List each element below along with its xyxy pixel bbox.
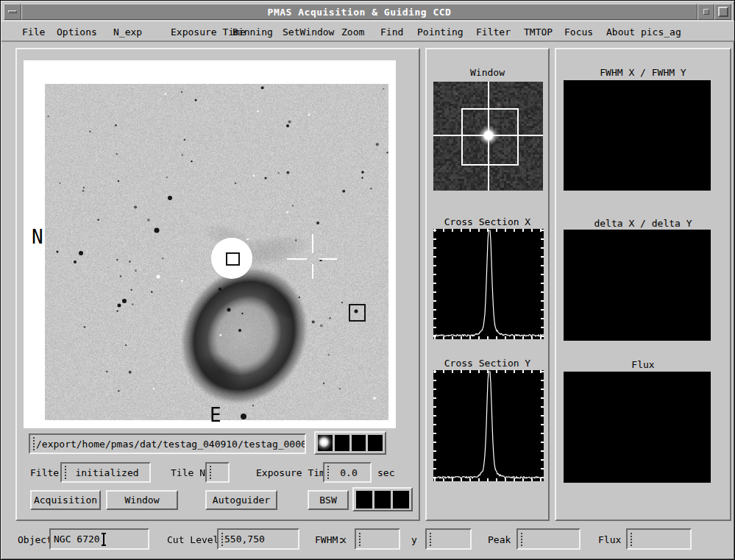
indicator-cell bbox=[356, 491, 372, 508]
window-menu-dash-icon bbox=[8, 10, 17, 13]
cross-section-y-title: Cross Section Y bbox=[427, 358, 548, 369]
cross-section-y-canvas bbox=[433, 370, 544, 481]
flux-plot-area bbox=[564, 372, 711, 483]
text-cursor bbox=[221, 533, 223, 546]
window-star-canvas bbox=[433, 82, 543, 191]
object-field[interactable]: NGC 6720 bbox=[49, 528, 149, 550]
measurement-panel: FWHM X / FWHM Y delta X / delta Y Flux bbox=[555, 48, 731, 521]
delta-plot-title: delta X / delta Y bbox=[556, 218, 730, 229]
target-square-marker bbox=[226, 252, 240, 266]
psf-preview-cell bbox=[318, 435, 333, 451]
window-button-label: Window bbox=[125, 495, 160, 506]
maximize-button[interactable] bbox=[714, 4, 731, 20]
maximize-icon bbox=[718, 7, 728, 17]
indicator-cell bbox=[393, 491, 409, 508]
cut-levels-value: 550,750 bbox=[224, 534, 265, 545]
flux-field[interactable] bbox=[626, 528, 692, 550]
fwhm-x-label: x bbox=[341, 534, 347, 545]
object-label: Object bbox=[18, 534, 52, 545]
indicator-cell bbox=[352, 435, 366, 451]
bsw-button[interactable]: BSW bbox=[308, 490, 349, 510]
window-title: PMAS Acquisition & Guiding CCD bbox=[21, 4, 697, 20]
menu-zoom[interactable]: Zoom bbox=[341, 26, 364, 38]
autoguider-button[interactable]: Autoguider bbox=[205, 490, 277, 510]
autoguider-button-label: Autoguider bbox=[213, 495, 270, 506]
menu-setwindow[interactable]: SetWindow bbox=[283, 26, 334, 38]
text-cursor bbox=[103, 534, 104, 545]
crosshair-marker bbox=[287, 258, 307, 260]
text-cursor bbox=[521, 533, 522, 546]
exposure-time-field[interactable]: 0.0 bbox=[323, 462, 372, 483]
flux-label: Flux bbox=[598, 534, 621, 545]
text-cursor bbox=[65, 466, 66, 479]
cross-section-x-title: Cross Section X bbox=[427, 216, 548, 227]
indicator-cell bbox=[368, 435, 383, 451]
peak-field[interactable] bbox=[516, 528, 580, 550]
image-display-area: N E bbox=[24, 60, 396, 428]
fwhm-x-field[interactable] bbox=[355, 528, 400, 550]
file-path-field[interactable]: /export/home/pmas/dat/testag_040910/test… bbox=[29, 433, 306, 454]
filter-label: Filter bbox=[30, 467, 65, 478]
menu-tmtop[interactable]: TMTOP bbox=[524, 26, 553, 38]
indicator-cell bbox=[374, 491, 391, 508]
cut-levels-field[interactable]: 550,750 bbox=[217, 528, 299, 550]
window-cross-section-panel: Window Cross Section X Cross Section Y bbox=[425, 48, 550, 521]
east-label: E bbox=[210, 405, 221, 425]
titlebar: PMAS Acquisition & Guiding CCD bbox=[4, 4, 731, 20]
window-panel-title: Window bbox=[427, 67, 548, 78]
exposure-time-unit-label: sec bbox=[377, 467, 394, 478]
delta-plot-area bbox=[564, 230, 711, 341]
menu-find[interactable]: Find bbox=[380, 26, 403, 38]
menu-about[interactable]: About pics_ag bbox=[606, 26, 681, 38]
window-menu-button[interactable] bbox=[4, 4, 21, 20]
indicator-cell bbox=[335, 435, 349, 451]
text-cursor bbox=[631, 533, 632, 546]
text-cursor bbox=[359, 533, 361, 546]
menu-options[interactable]: Options bbox=[57, 26, 97, 38]
file-path-value: /export/home/pmas/dat/testag_040910/test… bbox=[36, 439, 306, 450]
bsw-button-label: BSW bbox=[319, 495, 336, 506]
menu-filter[interactable]: Filter bbox=[476, 26, 511, 38]
crosshair-marker bbox=[312, 234, 313, 253]
crosshair-marker bbox=[319, 258, 337, 260]
menu-n-exp[interactable]: N_exp bbox=[113, 26, 142, 38]
cut-levels-label: Cut Levels bbox=[167, 534, 224, 545]
minimize-button[interactable] bbox=[697, 4, 714, 20]
psf-indicator-group bbox=[314, 431, 386, 455]
app-window: PMAS Acquisition & Guiding CCD File Opti… bbox=[0, 0, 735, 560]
text-cursor bbox=[33, 437, 35, 450]
menubar: File Options N_exp Exposure Time Binning… bbox=[1, 21, 735, 42]
crosshair-marker bbox=[312, 264, 313, 279]
tile-no-field[interactable] bbox=[205, 462, 230, 483]
filter-field[interactable]: initialized bbox=[60, 462, 151, 483]
fwhm-y-label: y bbox=[411, 534, 417, 545]
acquisition-panel: N E /export/home/pmas/dat/testag_040910/… bbox=[15, 48, 420, 521]
flux-plot-title: Flux bbox=[556, 359, 730, 370]
menu-pointing[interactable]: Pointing bbox=[417, 26, 464, 38]
menu-focus[interactable]: Focus bbox=[564, 26, 593, 38]
text-cursor bbox=[210, 466, 211, 479]
acquisition-button[interactable]: Acquisition bbox=[30, 490, 101, 510]
north-label: N bbox=[32, 227, 43, 247]
fwhm-plot-title: FWHM X / FWHM Y bbox=[556, 67, 730, 78]
window-button[interactable]: Window bbox=[106, 490, 178, 510]
fwhm-y-field[interactable] bbox=[425, 528, 472, 550]
status-indicator-group bbox=[352, 487, 413, 511]
text-cursor bbox=[327, 466, 329, 479]
menu-file[interactable]: File bbox=[22, 26, 45, 38]
text-cursor bbox=[430, 533, 431, 546]
filter-value: initialized bbox=[68, 467, 146, 478]
object-value: NGC 6720 bbox=[54, 534, 100, 545]
acquisition-button-label: Acquisition bbox=[34, 495, 97, 506]
minimize-icon bbox=[703, 9, 709, 15]
exposure-time-value: 0.0 bbox=[330, 467, 367, 478]
fwhm-label: FWHM: bbox=[315, 534, 344, 545]
fwhm-plot-area bbox=[564, 80, 711, 191]
peak-label: Peak bbox=[488, 534, 511, 545]
exposure-time-label: Exposure Time bbox=[256, 467, 331, 478]
guide-star-box-marker bbox=[349, 304, 366, 322]
menu-binning[interactable]: Binning bbox=[232, 26, 273, 38]
cross-section-x-canvas bbox=[433, 229, 544, 339]
